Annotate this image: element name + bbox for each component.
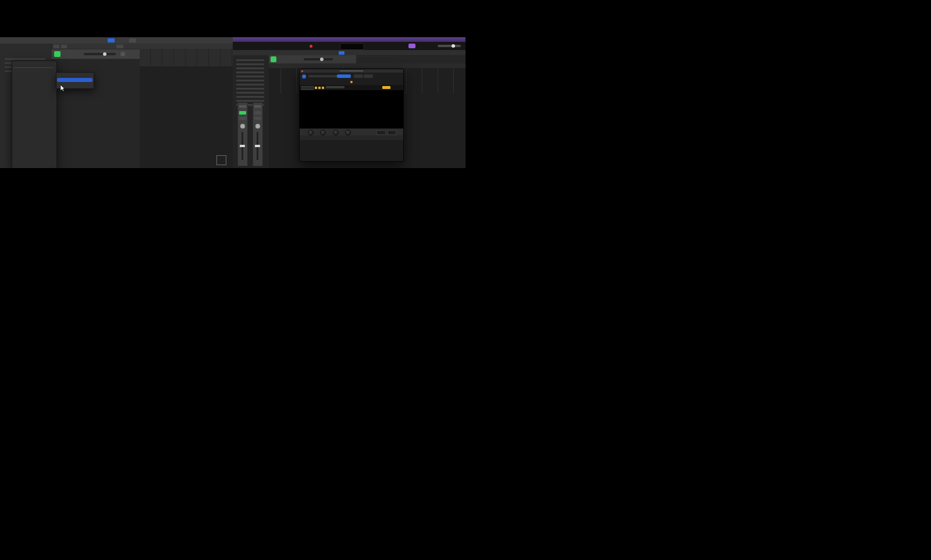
watermark-logo <box>216 155 226 165</box>
menu-item[interactable] <box>13 97 54 101</box>
menu-item[interactable] <box>13 101 54 105</box>
brand-row <box>300 79 403 84</box>
menu-item[interactable] <box>13 63 54 66</box>
compare-button[interactable] <box>337 74 351 78</box>
close-icon[interactable] <box>301 70 303 72</box>
macos-menubar <box>233 37 466 42</box>
pencil-icon <box>315 87 317 89</box>
sidebar-row <box>236 59 264 61</box>
track-volume-handle <box>103 52 106 56</box>
record-icon[interactable] <box>310 45 312 48</box>
channel-strip <box>253 102 263 166</box>
menu-separator <box>14 67 54 68</box>
toolbar-chip <box>339 51 344 55</box>
toolbar-box <box>54 45 59 48</box>
grid-line <box>150 49 151 66</box>
volume-slider[interactable] <box>438 45 461 47</box>
folder-icon <box>318 87 321 89</box>
menu-item[interactable] <box>13 141 54 145</box>
watermark <box>216 155 228 165</box>
serato-logo-dot <box>350 81 353 83</box>
pan-knob[interactable] <box>255 124 260 129</box>
waveform-area <box>300 90 403 129</box>
fader-handle[interactable] <box>255 145 260 147</box>
audio-fx-slot <box>254 117 261 120</box>
sidebar-row <box>236 96 264 98</box>
menu-item[interactable] <box>13 81 54 85</box>
file-info-header <box>0 0 931 37</box>
menu-item[interactable] <box>13 137 54 141</box>
sidebar-row <box>236 92 264 94</box>
toolbar-box <box>61 45 67 48</box>
toolbar-chip <box>129 38 136 42</box>
time-stretch-box[interactable] <box>376 130 386 135</box>
sidebar-row <box>236 80 264 81</box>
grid-line <box>185 49 186 66</box>
toolbar-box <box>116 45 123 48</box>
plugin-menu <box>12 60 57 168</box>
menu-item[interactable] <box>13 126 54 129</box>
grid-line <box>197 49 197 66</box>
menu-item[interactable] <box>13 90 54 93</box>
track-header[interactable] <box>51 49 141 59</box>
instrument-slot <box>254 111 261 115</box>
mini-toolbar-box <box>301 86 307 90</box>
instrument-icon <box>271 56 276 62</box>
pan-knob[interactable] <box>240 124 245 129</box>
grid-line <box>220 49 221 66</box>
strip-setting <box>239 105 246 108</box>
arrange-area <box>140 49 233 168</box>
brush-icon <box>322 87 324 89</box>
menu-item[interactable] <box>13 117 54 121</box>
menu-item[interactable] <box>13 154 54 157</box>
strip-setting <box>254 105 261 108</box>
header-chip <box>354 74 363 78</box>
menu-item[interactable] <box>13 130 54 133</box>
volume-slider-handle[interactable] <box>452 44 455 48</box>
window-title-dash <box>340 70 363 72</box>
grid-line <box>173 49 174 66</box>
menu-item[interactable] <box>13 122 54 125</box>
sidebar-row <box>236 63 264 65</box>
instrument-icon <box>54 51 61 57</box>
serato-plugin-window <box>299 69 404 162</box>
menu-item[interactable] <box>13 145 54 149</box>
midi-chip <box>408 44 415 48</box>
knob[interactable] <box>333 130 339 135</box>
track-volume-slider[interactable] <box>304 58 333 60</box>
pad-toolbar <box>300 135 403 140</box>
grid-line <box>232 49 232 66</box>
fader-handle[interactable] <box>240 145 245 147</box>
header-chip <box>364 74 373 78</box>
preset-box <box>308 75 339 77</box>
sidebar-row <box>236 72 264 73</box>
sidebar-row <box>236 88 264 90</box>
menu-item[interactable] <box>13 134 54 137</box>
mini-toolbar-box <box>308 86 314 90</box>
instrument-slot[interactable] <box>239 111 246 115</box>
menu-item[interactable] <box>13 109 54 113</box>
track-volume-handle <box>320 58 324 61</box>
power-icon[interactable] <box>302 74 306 79</box>
grid-line <box>162 49 162 66</box>
key-shift-box[interactable] <box>388 130 396 135</box>
bar-ruler <box>269 63 466 68</box>
menu-item[interactable] <box>13 73 54 77</box>
sidebar-row <box>236 84 264 85</box>
toolbar-chip <box>108 38 115 42</box>
thumbnail-grid <box>0 37 931 560</box>
track-header[interactable] <box>269 55 356 64</box>
menu-item[interactable] <box>13 85 54 89</box>
menu-item[interactable] <box>13 105 54 109</box>
bar-ruler <box>140 49 233 66</box>
submenu-item-selected[interactable] <box>57 78 93 82</box>
sidebar-row <box>5 58 45 60</box>
menu-item[interactable] <box>13 94 54 97</box>
menu-item[interactable] <box>13 149 54 153</box>
sync-button[interactable] <box>382 86 390 89</box>
track-volume-slider[interactable] <box>84 53 116 55</box>
menu-item[interactable] <box>13 77 54 81</box>
menu-item[interactable] <box>13 113 54 117</box>
toolbar-row2 <box>51 44 233 49</box>
thumbnail-cell <box>0 37 233 168</box>
